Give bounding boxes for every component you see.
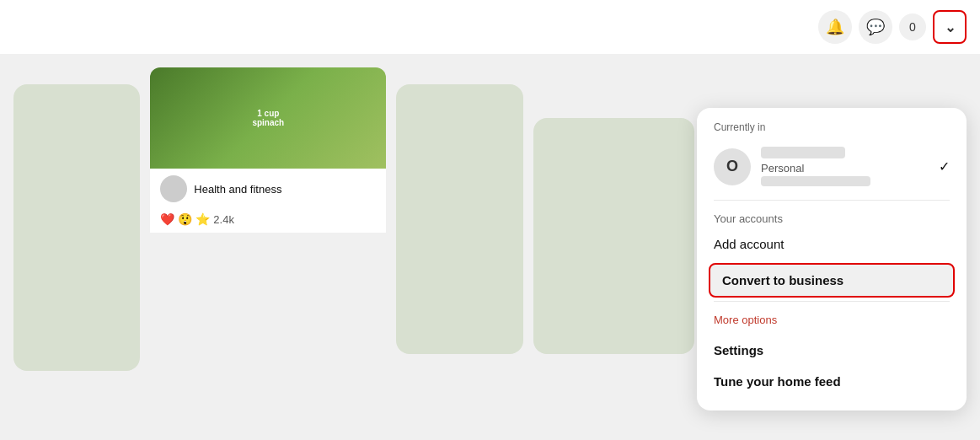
tune-home-feed-label: Tune your home feed [714,374,841,389]
divider-2 [714,301,950,302]
reaction-surprised-icon: 😲 [178,212,192,226]
message-icon: 💬 [866,18,885,36]
pin-image-text: 1 cup spinach [252,109,284,127]
dropdown-button[interactable]: ⌄ [933,10,967,44]
account-row[interactable]: O Personal ✓ [697,140,967,196]
more-options-item[interactable]: More options [697,305,967,335]
more-options-label: More options [714,314,777,326]
convert-to-business-label: Convert to business [722,273,843,287]
account-email-bar [761,176,870,186]
pin-reactions: ❤️ 😲 ⭐ 2.4k [150,209,386,233]
reaction-count: 2.4k [213,213,234,226]
pin-avatar [160,175,187,202]
add-account-label: Add account [714,237,784,251]
pin-card-4 [533,118,694,354]
count-button[interactable]: 0 [899,13,926,40]
checkmark-icon: ✓ [939,158,950,174]
pin-title-row: Health and fitness [150,169,386,209]
tune-home-feed-item[interactable]: Tune your home feed [697,366,967,397]
convert-to-business-item[interactable]: Convert to business [709,263,955,298]
avatar: O [714,148,751,185]
account-info: Personal [761,147,929,186]
notification-icon: 🔔 [826,18,844,36]
add-account-item[interactable]: Add account [697,228,967,260]
divider-1 [714,200,950,201]
header: 🔔 💬 0 ⌄ [0,0,980,54]
pin-card-info: Health and fitness ❤️ 😲 ⭐ 2.4k [150,169,386,233]
your-accounts-label: Your accounts [697,204,967,228]
reaction-star-icon: ⭐ [195,212,210,226]
reaction-heart-icon: ❤️ [160,212,174,226]
account-name-bar [761,147,845,158]
pin-card-2-block: 1 cup spinach Health and fitness ❤️ 😲 ⭐ … [150,67,386,427]
header-icons: 🔔 💬 0 ⌄ [818,10,967,44]
main-content: 1 cup spinach Health and fitness ❤️ 😲 ⭐ … [0,54,980,440]
account-type: Personal [761,162,929,174]
message-button[interactable]: 💬 [859,10,892,44]
pin-card-3 [396,84,522,354]
pin-title: Health and fitness [194,183,281,196]
pins-area: 1 cup spinach Health and fitness ❤️ 😲 ⭐ … [0,54,708,440]
dropdown-menu: Currently in O Personal ✓ Your accounts … [697,108,967,410]
pin-image-area: 1 cup spinach [150,67,386,169]
settings-label: Settings [714,343,763,357]
count-label: 0 [909,20,916,34]
notification-button[interactable]: 🔔 [818,10,852,44]
currently-in-label: Currently in [697,121,967,140]
pin-card-1 [13,84,140,371]
chevron-down-icon: ⌄ [945,19,956,35]
settings-item[interactable]: Settings [697,335,967,366]
